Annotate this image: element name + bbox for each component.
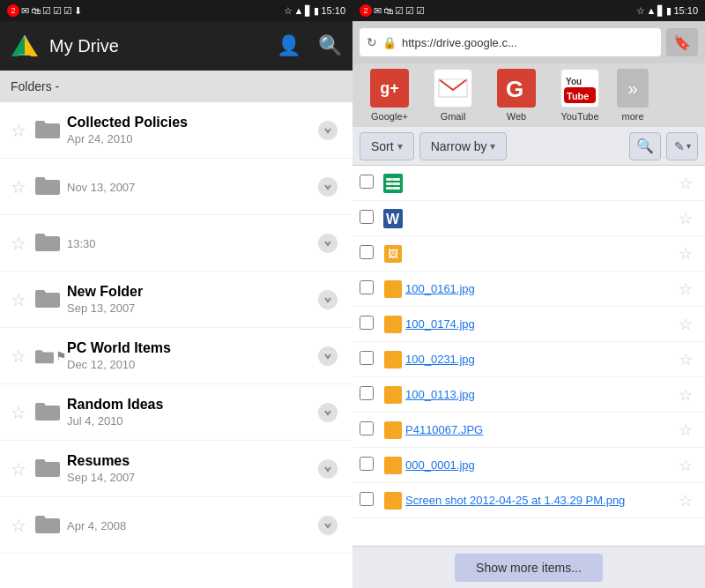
file-checkbox-3[interactable] (360, 245, 374, 259)
star-3[interactable]: ☆ (11, 233, 35, 254)
account-icon[interactable]: 👤 (277, 34, 301, 57)
file-checkbox-5[interactable] (360, 316, 374, 330)
file-name-10[interactable]: Screen shot 2012-04-25 at 1.43.29 PM.png (405, 494, 673, 507)
file-checkbox-7[interactable] (360, 386, 374, 400)
file-star-1[interactable]: ☆ (673, 174, 698, 193)
more-icon: » (617, 69, 649, 108)
file-star-5[interactable]: ☆ (673, 315, 698, 334)
refresh-icon[interactable]: ↻ (367, 35, 377, 49)
file-checkbox-8[interactable] (360, 421, 374, 435)
file-star-10[interactable]: ☆ (673, 491, 698, 510)
star-6[interactable]: ☆ (11, 402, 35, 423)
file-checkbox-2[interactable] (360, 210, 374, 224)
folder-chevron-8[interactable] (314, 511, 342, 540)
sort-arrow-icon: ▾ (397, 140, 403, 153)
folder-chevron-7[interactable] (314, 455, 342, 483)
file-name-6[interactable]: 100_0231.jpg (405, 353, 673, 366)
bookmark-youtube[interactable]: You Tube YouTube (550, 69, 610, 122)
file-item-10[interactable]: Screen shot 2012-04-25 at 1.43.29 PM.png… (352, 483, 705, 518)
system-icons-right: ☆ ▲ ▋ ▮ 15:10 (636, 5, 698, 17)
file-star-2[interactable]: ☆ (673, 209, 698, 228)
folder-item-2[interactable]: ☆ Nov 13, 2007 (0, 159, 352, 215)
folder-chevron-5[interactable] (314, 342, 342, 370)
file-star-7[interactable]: ☆ (673, 385, 698, 405)
file-checkbox-9[interactable] (360, 457, 374, 471)
folder-chevron-4[interactable] (314, 286, 342, 314)
bookmarks-bar: g+ Google+ Gmail G Web (352, 63, 705, 127)
file-item-3[interactable]: 🖼 ☆ (352, 236, 705, 272)
star-4[interactable]: ☆ (11, 289, 35, 310)
checkbox-3[interactable] (360, 245, 381, 263)
file-item-7[interactable]: 100_0113.jpg ☆ (352, 377, 705, 413)
file-name-8[interactable]: P4110067.JPG (405, 423, 673, 436)
checkbox-10[interactable] (360, 492, 381, 510)
file-item-9[interactable]: 000_0001.jpg ☆ (352, 448, 705, 483)
folder-item-8[interactable]: ☆ Apr 4, 2008 (0, 497, 352, 554)
folder-item-3[interactable]: ☆ 13:30 (0, 215, 352, 272)
file-star-8[interactable]: ☆ (673, 421, 698, 440)
star-8[interactable]: ☆ (11, 515, 35, 536)
checkbox-1[interactable] (360, 175, 381, 192)
bookmark-googleplus[interactable]: g+ Google+ (360, 69, 419, 122)
folder-item-6[interactable]: ☆ Random Ideas Jul 4, 2010 (0, 384, 352, 441)
svg-point-16 (318, 516, 338, 535)
file-item-6[interactable]: 100_0231.jpg ☆ (352, 342, 705, 377)
file-star-3[interactable]: ☆ (673, 244, 698, 264)
checkbox-5[interactable] (360, 316, 381, 333)
star-7[interactable]: ☆ (11, 458, 35, 480)
folder-item-5[interactable]: ☆ ⚑ PC World Items Dec 12, 2010 (0, 328, 352, 384)
folder-item-4[interactable]: ☆ New Folder Sep 13, 2007 (0, 272, 352, 328)
folder-item-1[interactable]: ☆ Collected Policies Apr 24, 2010 (0, 102, 352, 159)
file-name-9[interactable]: 000_0001.jpg (405, 458, 673, 472)
narrow-by-button[interactable]: Narrow by ▾ (419, 132, 508, 160)
file-checkbox-4[interactable] (360, 280, 374, 294)
search-filter-button[interactable]: 🔍 (629, 132, 661, 160)
file-name-4[interactable]: 100_0161.jpg (405, 282, 673, 295)
star-5[interactable]: ☆ (11, 346, 35, 367)
folder-chevron-6[interactable] (314, 398, 342, 427)
edit-filter-button[interactable]: ✎ ▾ (666, 132, 698, 160)
folder-item-7[interactable]: ☆ Resumes Sep 14, 2007 (0, 441, 352, 497)
folder-name-4: New Folder (67, 284, 314, 300)
status-icon-check3-r: ☑ (416, 5, 425, 17)
file-name-7[interactable]: 100_0113.jpg (405, 388, 673, 401)
file-checkbox-10[interactable] (360, 492, 374, 506)
left-panel: 2 ✉ 🛍 ☑ ☑ ☑ ⬇ ☆ ▲ ▋ ▮ 15:10 (0, 0, 352, 588)
checkbox-4[interactable] (360, 280, 381, 298)
checkbox-8[interactable] (360, 421, 381, 439)
folder-icon-8 (35, 514, 67, 537)
bookmark-gmail[interactable]: Gmail (423, 69, 483, 122)
checkbox-6[interactable] (360, 351, 381, 368)
checkbox-9[interactable] (360, 457, 381, 474)
show-more-button[interactable]: Show more items... (455, 554, 603, 582)
file-star-4[interactable]: ☆ (673, 279, 698, 299)
star-1[interactable]: ☆ (11, 120, 35, 141)
file-item-8[interactable]: P4110067.JPG ☆ (352, 413, 705, 448)
bookmark-web[interactable]: G Web (486, 69, 546, 122)
star-2[interactable]: ☆ (11, 176, 35, 197)
notification-icons-right: 2 ✉ 🛍 ☑ ☑ ☑ (360, 4, 425, 17)
checkbox-7[interactable] (360, 386, 381, 404)
file-item-4[interactable]: 100_0161.jpg ☆ (352, 272, 705, 307)
checkbox-2[interactable] (360, 210, 381, 227)
file-name-5[interactable]: 100_0174.jpg (405, 317, 673, 331)
folder-chevron-3[interactable] (314, 229, 342, 257)
file-item-1[interactable]: ☆ (352, 166, 705, 201)
img-thumbnail-7 (384, 386, 402, 404)
search-icon-appbar[interactable]: 🔍 (318, 34, 342, 57)
file-star-9[interactable]: ☆ (673, 456, 698, 475)
file-checkbox-6[interactable] (360, 351, 374, 365)
file-item-2[interactable]: W ☆ (352, 201, 705, 236)
bookmark-button[interactable]: 🔖 (666, 28, 698, 56)
file-item-5[interactable]: 100_0174.jpg ☆ (352, 307, 705, 342)
file-checkbox-1[interactable] (360, 175, 374, 189)
url-bar[interactable]: ↻ 🔒 https://drive.google.c... (360, 28, 661, 56)
file-star-6[interactable]: ☆ (673, 350, 698, 369)
folder-chevron-1[interactable] (314, 116, 342, 145)
sort-button[interactable]: Sort ▾ (360, 132, 414, 160)
img-thumbnail-5 (384, 316, 402, 333)
svg-rect-27 (386, 182, 400, 185)
folder-chevron-2[interactable] (314, 173, 342, 201)
img-thumbnail-3: 🖼 (384, 245, 402, 263)
bookmark-more[interactable]: » more (613, 69, 652, 122)
